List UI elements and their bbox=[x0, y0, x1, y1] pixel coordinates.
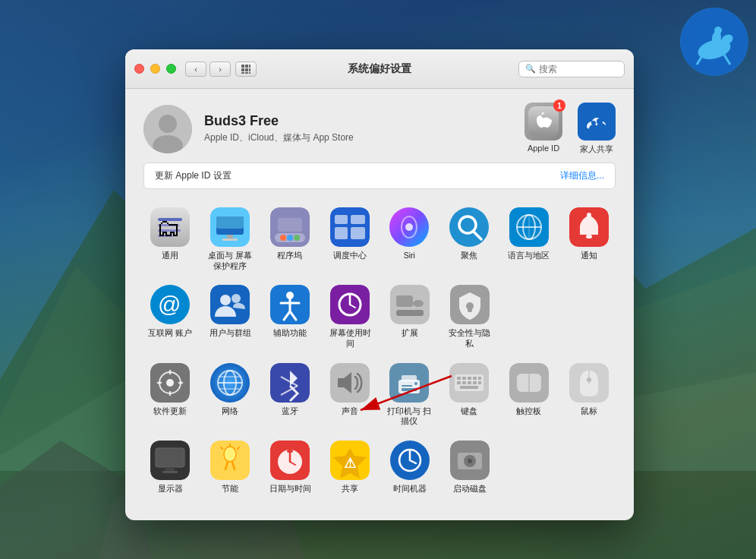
pref-item-timemachine[interactable]: 时间机器 bbox=[383, 436, 437, 499]
desktop-icon bbox=[210, 207, 250, 247]
pref-item-printer[interactable]: 打印机与 扫描仪 bbox=[383, 358, 436, 431]
search-input[interactable] bbox=[539, 64, 618, 74]
notification-label: 通知 bbox=[581, 251, 597, 261]
svg-rect-134 bbox=[162, 471, 178, 473]
pref-item-sound[interactable]: 声音 bbox=[323, 358, 376, 431]
security-icon bbox=[450, 285, 490, 324]
svg-point-129 bbox=[587, 377, 591, 382]
pref-item-screentime[interactable]: 屏幕使用时间 bbox=[323, 280, 377, 353]
svg-point-110 bbox=[414, 382, 417, 385]
detail-link[interactable]: 详细信息... bbox=[560, 169, 604, 182]
pref-item-missionctrl[interactable]: 调度中心 bbox=[323, 203, 376, 276]
svg-rect-133 bbox=[165, 467, 175, 471]
svg-rect-116 bbox=[473, 377, 477, 380]
keyboard-label: 键盘 bbox=[461, 406, 477, 417]
keyboard-icon bbox=[449, 363, 489, 403]
pref-item-spotlight[interactable]: 聚焦 bbox=[443, 203, 496, 276]
svg-rect-47 bbox=[330, 207, 370, 247]
pref-item-trackpad[interactable]: 触控板 bbox=[502, 358, 556, 431]
pref-item-accessibility[interactable]: 辅助功能 bbox=[263, 280, 317, 353]
internet-icon: @ bbox=[150, 285, 190, 324]
svg-rect-64 bbox=[586, 235, 592, 238]
logo-horseman bbox=[680, 8, 748, 76]
pref-row: @互联网 账户用户与群组辅助功能屏幕使用时间扩展安全性与隐私 bbox=[143, 280, 616, 353]
svg-rect-68 bbox=[210, 285, 250, 324]
pref-item-general[interactable]: 🗂通用 bbox=[143, 203, 197, 276]
datetime-label: 日期与时间 bbox=[269, 484, 311, 494]
svg-text:🗂: 🗂 bbox=[156, 214, 181, 242]
svg-rect-20 bbox=[241, 72, 244, 74]
back-button[interactable]: ‹ bbox=[185, 62, 206, 77]
pref-row: 软件更新网络蓝牙声音打印机与 扫描仪键盘触控板鼠标 bbox=[143, 358, 616, 431]
grid-view-button[interactable] bbox=[235, 62, 257, 77]
svg-rect-121 bbox=[473, 381, 477, 384]
svg-rect-49 bbox=[351, 215, 365, 224]
pref-item-network[interactable]: 网络 bbox=[203, 358, 257, 431]
sharing-label: 共享 bbox=[342, 484, 358, 494]
svg-point-11 bbox=[714, 27, 722, 34]
pref-row: 显示器节能日期与时间⚠共享时间机器启动磁盘 bbox=[143, 436, 616, 499]
svg-line-140 bbox=[221, 447, 222, 449]
extensions-label: 扩展 bbox=[402, 328, 418, 339]
svg-rect-16 bbox=[249, 65, 250, 68]
apple-id-button[interactable]: 1 Apple ID bbox=[524, 103, 562, 153]
svg-rect-146 bbox=[287, 450, 293, 453]
pref-item-language[interactable]: 语言与地区 bbox=[502, 203, 556, 276]
svg-rect-109 bbox=[402, 385, 412, 387]
pref-item-mouse[interactable]: 鼠标 bbox=[562, 358, 616, 431]
extensions-icon bbox=[390, 285, 430, 324]
language-icon bbox=[509, 207, 549, 247]
pref-item-security[interactable]: 安全性与隐私 bbox=[443, 280, 497, 353]
svg-rect-119 bbox=[462, 381, 466, 384]
svg-rect-123 bbox=[460, 386, 478, 389]
pref-item-dock[interactable]: 程序坞 bbox=[263, 203, 317, 276]
pref-item-extensions[interactable]: 扩展 bbox=[383, 280, 437, 353]
svg-point-45 bbox=[294, 235, 300, 241]
svg-rect-40 bbox=[222, 238, 238, 241]
pref-item-bluetooth[interactable]: 蓝牙 bbox=[263, 358, 317, 431]
update-text: 更新 Apple ID 设置 bbox=[155, 169, 232, 182]
profile-subtitle: Apple ID、iCloud、媒体与 App Store bbox=[204, 131, 524, 144]
svg-point-70 bbox=[232, 294, 241, 303]
family-sharing-label: 家人共享 bbox=[580, 144, 613, 155]
svg-rect-46 bbox=[278, 218, 302, 232]
energy-label: 节能 bbox=[222, 484, 238, 494]
pref-item-energy[interactable]: 节能 bbox=[203, 436, 257, 499]
pref-item-software[interactable]: 软件更新 bbox=[143, 358, 197, 431]
pref-item-display[interactable]: 显示器 bbox=[143, 436, 197, 499]
pref-item-users[interactable]: 用户与群组 bbox=[203, 280, 257, 353]
software-label: 软件更新 bbox=[153, 406, 187, 417]
update-bar: 更新 Apple ID 设置 详细信息... bbox=[143, 163, 616, 189]
apple-id-label: Apple ID bbox=[528, 144, 559, 153]
forward-button[interactable]: › bbox=[209, 62, 231, 77]
search-icon: 🔍 bbox=[525, 64, 536, 74]
desktop-label: 桌面与 屏幕保护程序 bbox=[206, 251, 254, 271]
svg-rect-21 bbox=[245, 72, 248, 74]
pref-item-siri[interactable]: Siri bbox=[383, 203, 436, 276]
minimize-button[interactable] bbox=[150, 64, 160, 74]
startdisk-icon bbox=[450, 441, 490, 480]
search-box[interactable]: 🔍 bbox=[518, 61, 625, 77]
family-sharing-button[interactable]: 家人共享 bbox=[578, 103, 616, 155]
close-button[interactable] bbox=[134, 64, 144, 74]
pref-item-sharing[interactable]: ⚠共享 bbox=[323, 436, 377, 499]
pref-spacer bbox=[562, 436, 616, 499]
pref-item-desktop[interactable]: 桌面与 屏幕保护程序 bbox=[203, 203, 257, 276]
timemachine-label: 时间机器 bbox=[393, 484, 427, 494]
svg-point-65 bbox=[587, 213, 591, 217]
pref-item-datetime[interactable]: 日期与时间 bbox=[263, 436, 317, 499]
mouse-label: 鼠标 bbox=[581, 406, 597, 417]
user-avatar[interactable] bbox=[143, 105, 192, 153]
pref-item-keyboard[interactable]: 键盘 bbox=[443, 358, 496, 431]
mouse-icon bbox=[569, 363, 609, 403]
screentime-label: 屏幕使用时间 bbox=[326, 328, 374, 349]
svg-rect-38 bbox=[216, 216, 244, 229]
pref-item-notification[interactable]: 通知 bbox=[562, 203, 616, 276]
svg-point-24 bbox=[159, 115, 177, 133]
pref-item-startdisk[interactable]: 启动磁盘 bbox=[443, 436, 497, 499]
sound-icon bbox=[330, 363, 370, 403]
svg-point-44 bbox=[287, 235, 293, 241]
apple-id-icon: 1 bbox=[524, 103, 562, 141]
maximize-button[interactable] bbox=[166, 64, 176, 74]
pref-item-internet[interactable]: @互联网 账户 bbox=[143, 280, 197, 353]
